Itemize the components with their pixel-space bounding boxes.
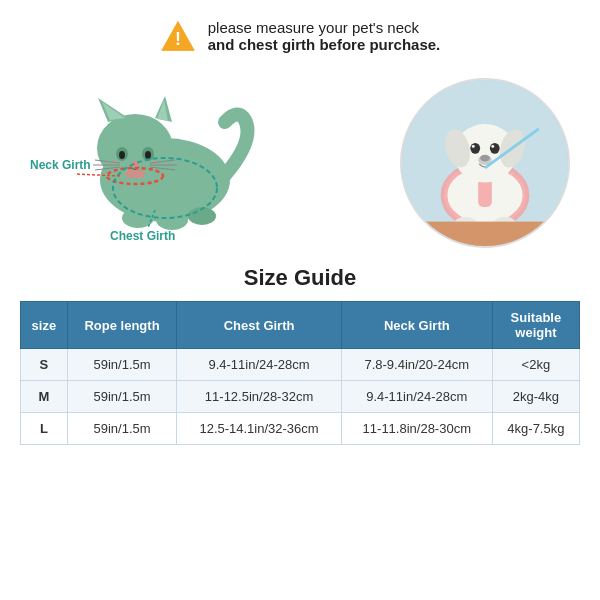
- table-header-row: size Rope length Chest Girth Neck Girth …: [21, 302, 580, 349]
- size-table: size Rope length Chest Girth Neck Girth …: [20, 301, 580, 445]
- table-cell-2-2: 12.5-14.1in/32-36cm: [177, 413, 341, 445]
- table-cell-0-2: 9.4-11in/24-28cm: [177, 349, 341, 381]
- table-cell-0-4: <2kg: [492, 349, 579, 381]
- col-size: size: [21, 302, 68, 349]
- svg-point-41: [480, 154, 490, 161]
- svg-rect-45: [402, 221, 568, 245]
- svg-point-39: [491, 144, 494, 147]
- table-cell-0-3: 7.8-9.4in/20-24cm: [341, 349, 492, 381]
- table-cell-2-0: L: [21, 413, 68, 445]
- svg-point-10: [119, 151, 125, 159]
- table-cell-2-4: 4kg-7.5kg: [492, 413, 579, 445]
- table-row: M59in/1.5m11-12.5in/28-32cm9.4-11in/24-2…: [21, 381, 580, 413]
- dog-photo: [400, 78, 570, 248]
- table-row: S59in/1.5m9.4-11in/24-28cm7.8-9.4in/20-2…: [21, 349, 580, 381]
- table-cell-1-2: 11-12.5in/28-32cm: [177, 381, 341, 413]
- svg-text:!: !: [175, 29, 181, 49]
- table-row: L59in/1.5m12.5-14.1in/32-36cm11-11.8in/2…: [21, 413, 580, 445]
- table-cell-2-1: 59in/1.5m: [67, 413, 177, 445]
- svg-rect-25: [125, 170, 145, 178]
- svg-point-22: [156, 210, 188, 230]
- main-container: ! please measure your pet's neck and che…: [0, 0, 600, 600]
- table-cell-2-3: 11-11.8in/28-30cm: [341, 413, 492, 445]
- cat-illustration: [60, 80, 270, 240]
- table-cell-0-0: S: [21, 349, 68, 381]
- table-cell-0-1: 59in/1.5m: [67, 349, 177, 381]
- table-cell-1-1: 59in/1.5m: [67, 381, 177, 413]
- col-suitable-weight: Suitableweight: [492, 302, 579, 349]
- col-chest-girth: Chest Girth: [177, 302, 341, 349]
- svg-point-11: [145, 151, 151, 159]
- size-guide-title: Size Guide: [244, 265, 356, 291]
- svg-point-37: [490, 142, 500, 153]
- cat-section: Neck Girth Chest Girth: [30, 70, 310, 255]
- svg-point-36: [470, 142, 480, 153]
- illustration-row: Neck Girth Chest Girth: [20, 70, 580, 255]
- col-rope-length: Rope length: [67, 302, 177, 349]
- col-neck-girth: Neck Girth: [341, 302, 492, 349]
- table-cell-1-4: 2kg-4kg: [492, 381, 579, 413]
- svg-point-38: [472, 144, 475, 147]
- warning-icon: !: [160, 18, 196, 54]
- table-cell-1-0: M: [21, 381, 68, 413]
- warning-text: please measure your pet's neck and chest…: [208, 19, 441, 53]
- dog-illustration: [402, 78, 568, 248]
- warning-banner: ! please measure your pet's neck and che…: [20, 18, 580, 54]
- table-cell-1-3: 9.4-11in/24-28cm: [341, 381, 492, 413]
